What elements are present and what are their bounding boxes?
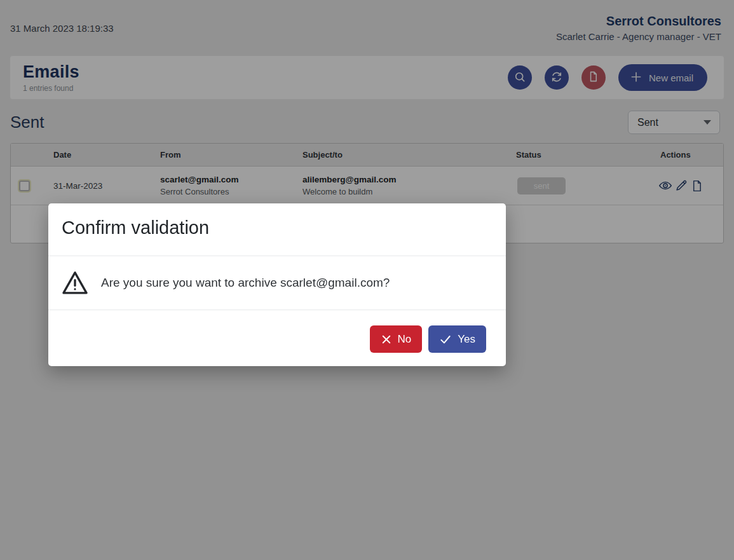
warning-triangle-icon (62, 270, 88, 296)
yes-button-label: Yes (458, 333, 475, 346)
confirm-validation-dialog: Confirm validation Are you sure you want… (48, 203, 506, 366)
yes-button[interactable]: Yes (428, 325, 486, 353)
check-icon (439, 333, 452, 346)
dialog-message: Are you sure you want to archive scarlet… (101, 276, 390, 290)
dialog-title: Confirm validation (62, 217, 493, 238)
dialog-body: Are you sure you want to archive scarlet… (48, 256, 506, 310)
dialog-header: Confirm validation (48, 203, 506, 256)
no-button-label: No (398, 333, 412, 346)
app-root: 31 March 2023 18:19:33 Serrot Consultore… (0, 0, 734, 243)
no-button[interactable]: No (370, 325, 423, 353)
dialog-footer: No Yes (48, 310, 506, 366)
x-icon (381, 334, 392, 345)
